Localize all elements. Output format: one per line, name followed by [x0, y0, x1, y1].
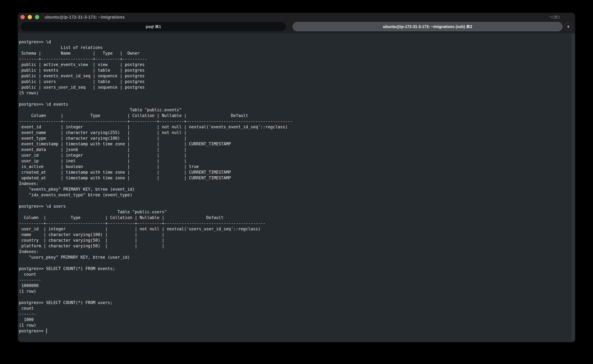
traffic-lights — [20, 15, 39, 19]
close-window-button[interactable] — [20, 15, 25, 19]
tab-psql[interactable]: psql ⌘1 — [21, 22, 286, 31]
tab-ssh-migrations[interactable]: ubuntu@ip-172-31-3-173: ~/migrations (ss… — [293, 22, 562, 31]
tab-bar: psql ⌘1 ubuntu@ip-172-31-3-173: ~/migrat… — [18, 22, 575, 31]
window-title: ubuntu@ip-172-31-3-173: ~/migrations — [45, 15, 125, 20]
tab-ssh-migrations-label: ubuntu@ip-172-31-3-173: ~/migrations (ss… — [383, 24, 472, 29]
minimize-window-button[interactable] — [28, 15, 32, 19]
terminal-prompt-line: postgres=> — [19, 328, 575, 334]
terminal-cursor — [46, 328, 47, 333]
fullscreen-window-button[interactable] — [35, 15, 39, 19]
window-shortcut-hint: ⌥⌘1 — [549, 15, 560, 20]
terminal-screen[interactable]: postgres=> \d List of relations Schema |… — [18, 33, 575, 342]
new-tab-button[interactable]: + — [564, 22, 573, 31]
terminal-window: ubuntu@ip-172-31-3-173: ~/migrations ⌥⌘1… — [18, 13, 575, 342]
scrollbar-thumb[interactable] — [572, 34, 575, 341]
terminal-prompt: postgres=> — [19, 329, 46, 333]
desktop-background: ubuntu@ip-172-31-3-173: ~/migrations ⌥⌘1… — [0, 0, 593, 364]
plus-icon: + — [567, 24, 570, 30]
window-titlebar[interactable]: ubuntu@ip-172-31-3-173: ~/migrations ⌥⌘1… — [18, 13, 575, 33]
tab-psql-label: psql ⌘1 — [146, 24, 161, 29]
terminal-output: postgres=> \d List of relations Schema |… — [19, 39, 575, 328]
